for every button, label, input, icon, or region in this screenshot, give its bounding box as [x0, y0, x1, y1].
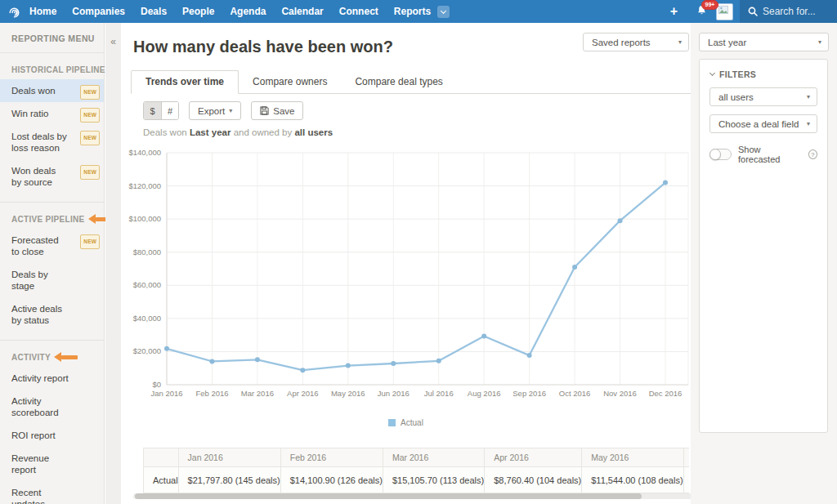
new-badge: NEW: [80, 234, 100, 249]
sidebar-section-header: ACTIVE PIPELINE: [0, 203, 104, 229]
table-value-cell: $15,105.70 (113 deals): [383, 467, 484, 493]
orange-arrow-icon: [54, 352, 78, 362]
search-icon: [748, 7, 758, 16]
svg-text:Jul 2016: Jul 2016: [424, 389, 454, 398]
save-button[interactable]: Save: [251, 101, 303, 120]
export-button[interactable]: Export ▾: [189, 101, 241, 120]
chart-toolbar: $ # Export ▾ Save: [143, 101, 303, 120]
notifications-button[interactable]: 99+: [696, 4, 708, 20]
sidebar-item-deals-by-stage[interactable]: Deals by stage: [0, 263, 104, 297]
sidebar-section-header: HISTORICAL PIPELINE: [0, 53, 104, 79]
sidebar-item-roi-report[interactable]: ROI report: [0, 424, 104, 447]
svg-text:Feb 2016: Feb 2016: [195, 389, 228, 398]
count-mode-button[interactable]: #: [161, 102, 178, 119]
sidebar-item-forecasted-to-close[interactable]: Forecasted to closeNEW: [0, 229, 104, 263]
tab-trends-over-time[interactable]: Trends over time: [131, 70, 239, 94]
search-placeholder: Search for...: [763, 6, 816, 17]
table-row-actual: Actual$21,797.80 (145 deals)$14,100.90 (…: [144, 467, 690, 493]
show-forecasted-label: Show forecasted: [738, 145, 802, 164]
avatar[interactable]: [716, 3, 733, 20]
collapse-sidebar-button[interactable]: «: [105, 29, 121, 54]
reports-dropdown-chevron[interactable]: [437, 6, 450, 18]
sidebar-section: HISTORICAL PIPELINEDeals wonNEWWin ratio…: [0, 53, 104, 203]
user-filter-dropdown[interactable]: all users ▾: [709, 87, 817, 106]
svg-text:$80,000: $80,000: [133, 248, 161, 256]
sidebar-item-activity-scoreboard[interactable]: Activity scoreboard: [0, 390, 104, 424]
show-forecasted-row: Show forecasted ?: [709, 145, 817, 164]
nav-item-home[interactable]: Home: [29, 6, 56, 17]
deals-won-line-chart[interactable]: $0$20,000$40,000$60,000$80,000$100,000$1…: [121, 142, 691, 405]
add-button[interactable]: +: [670, 5, 678, 18]
save-label: Save: [273, 106, 294, 116]
nav-item-companies[interactable]: Companies: [72, 6, 125, 17]
monthly-results-table[interactable]: Jan 2016Feb 2016Mar 2016Apr 2016May 2016…: [143, 448, 689, 494]
app-window: HomeCompaniesDealsPeopleAgendaCalendarCo…: [0, 0, 837, 504]
page-title: How many deals have been won?: [133, 38, 393, 56]
tab-compare-deal-types[interactable]: Compare deal types: [341, 71, 456, 93]
export-label: Export: [198, 106, 225, 116]
new-badge: NEW: [80, 131, 100, 145]
filters-header[interactable]: FILTERS: [700, 60, 827, 79]
floppy-disk-icon: [260, 106, 269, 115]
filters-title: FILTERS: [719, 69, 756, 79]
table-value-cell: $12,809.40 (103 deals): [683, 467, 689, 493]
app-logo-icon[interactable]: [7, 5, 21, 19]
sidebar-item-activity-report[interactable]: Activity report: [0, 367, 104, 390]
sidebar-item-active-deals-by-status[interactable]: Active deals by status: [0, 297, 104, 332]
svg-text:Mar 2016: Mar 2016: [241, 389, 274, 398]
nav-item-deals[interactable]: Deals: [141, 6, 167, 17]
svg-text:Apr 2016: Apr 2016: [287, 389, 319, 398]
scrollbar-thumb[interactable]: [135, 493, 642, 499]
sidebar-item-win-ratio[interactable]: Win ratioNEW: [0, 102, 104, 125]
sidebar-item-won-deals-by-source[interactable]: Won deals by sourceNEW: [0, 159, 104, 194]
sidebar-item-deals-won[interactable]: Deals wonNEW: [0, 79, 104, 102]
table-value-cell: $21,797.80 (145 deals): [178, 467, 280, 493]
nav-item-agenda[interactable]: Agenda: [230, 6, 266, 17]
new-badge: NEW: [80, 85, 100, 100]
time-range-dropdown[interactable]: Last year ▾: [699, 33, 829, 51]
currency-mode-button[interactable]: $: [144, 102, 161, 119]
saved-reports-dropdown[interactable]: Saved reports ▾: [583, 33, 689, 51]
tab-compare-owners[interactable]: Compare owners: [239, 71, 341, 93]
search-input[interactable]: Search for...: [740, 0, 837, 23]
right-panel: Last year ▾ FILTERS all users ▾ Choose a…: [691, 23, 837, 504]
table-column-header: May 2016: [582, 448, 683, 467]
caret-down-icon: ▾: [678, 38, 682, 46]
show-forecasted-toggle[interactable]: [709, 149, 732, 160]
svg-text:Oct 2016: Oct 2016: [559, 389, 591, 398]
help-icon[interactable]: ?: [808, 149, 817, 159]
sidebar-item-lost-deals-by-loss-reason[interactable]: Lost deals by loss reasonNEW: [0, 125, 104, 159]
table-column-header: Apr 2016: [485, 448, 582, 467]
caret-down-icon: ▾: [807, 120, 810, 127]
sidebar-item-revenue-report[interactable]: Revenue report: [0, 447, 104, 481]
time-range-value: Last year: [708, 38, 746, 47]
nav-item-calendar[interactable]: Calendar: [281, 6, 323, 17]
toggle-knob: [709, 149, 721, 160]
nav-item-people[interactable]: People: [182, 6, 214, 17]
deal-field-placeholder: Choose a deal field: [718, 119, 799, 129]
table-value-cell: $14,100.90 (126 deals): [280, 467, 383, 493]
table-column-header: Jan 2016: [178, 448, 280, 467]
reporting-sidebar: REPORTING MENU HISTORICAL PIPELINEDeals …: [0, 23, 105, 504]
chevron-down-icon: [441, 7, 446, 13]
sidebar-title: REPORTING MENU: [0, 23, 104, 53]
sidebar-section: ACTIVITYActivity reportActivity scoreboa…: [0, 341, 104, 504]
nav-menu: HomeCompaniesDealsPeopleAgendaCalendarCo…: [29, 6, 431, 17]
nav-item-reports[interactable]: Reports: [394, 6, 431, 17]
deal-field-dropdown[interactable]: Choose a deal field ▾: [709, 114, 817, 133]
nav-item-connect[interactable]: Connect: [339, 6, 378, 17]
main-content: How many deals have been won? Saved repo…: [121, 23, 691, 504]
svg-text:Sep 2016: Sep 2016: [512, 389, 546, 398]
chevron-down-icon: [709, 70, 715, 76]
svg-text:Nov 2016: Nov 2016: [603, 389, 637, 398]
notification-count-badge: 99+: [701, 0, 718, 10]
filters-panel: FILTERS all users ▾ Choose a deal field …: [699, 59, 828, 433]
collapse-chevrons-icon: «: [110, 36, 116, 47]
chart-legend: Actual: [121, 418, 691, 427]
sidebar-item-recent-updates[interactable]: Recent updates: [0, 481, 104, 504]
value-mode-segmented-control: $ #: [143, 101, 179, 120]
caret-down-icon: ▾: [807, 93, 810, 100]
svg-text:$60,000: $60,000: [133, 280, 161, 289]
sidebar-collapse-rail: «: [105, 23, 121, 504]
top-nav: HomeCompaniesDealsPeopleAgendaCalendarCo…: [0, 0, 837, 23]
